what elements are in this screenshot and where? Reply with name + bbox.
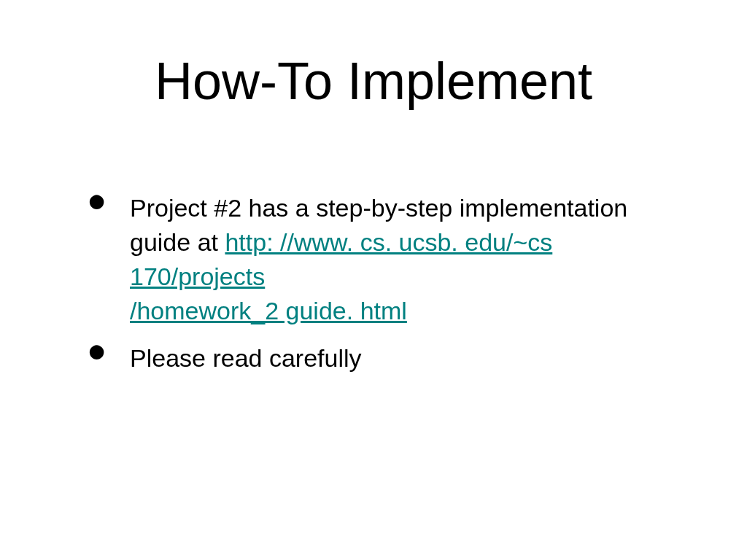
bullet-list: Project #2 has a step-by-step implementa… — [66, 191, 681, 376]
bullet-item: Please read carefully — [88, 341, 681, 376]
slide-title: How-To Implement — [66, 51, 681, 111]
bullet-text: Please read carefully — [130, 344, 362, 372]
bullet-item: Project #2 has a step-by-step implementa… — [88, 191, 681, 328]
slide: How-To Implement Project #2 has a step-b… — [0, 0, 747, 560]
link-line-2: /homework_2 guide. html — [130, 297, 407, 324]
